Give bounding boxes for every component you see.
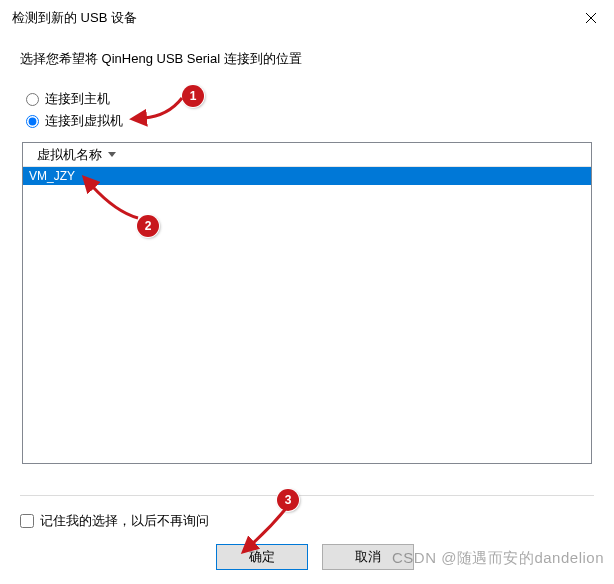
vm-list-header-label: 虚拟机名称 [37,146,102,164]
vm-listbox[interactable]: 虚拟机名称 VM_JZY [22,142,592,464]
radio-vm-input[interactable] [26,115,39,128]
radio-host-input[interactable] [26,93,39,106]
sort-caret-icon [108,152,116,157]
radio-vm-label: 连接到虚拟机 [45,112,123,130]
dialog-body: 选择您希望将 QinHeng USB Serial 连接到的位置 连接到主机 连… [0,36,614,464]
radio-host-label: 连接到主机 [45,90,110,108]
remember-choice[interactable]: 记住我的选择，以后不再询问 [20,512,209,530]
remember-label: 记住我的选择，以后不再询问 [40,512,209,530]
close-icon [586,13,596,23]
close-button[interactable] [568,2,614,34]
button-row: 确定 取消 [216,544,414,570]
connection-radio-group: 连接到主机 连接到虚拟机 [20,88,594,132]
usb-connect-dialog: 检测到新的 USB 设备 选择您希望将 QinHeng USB Serial 连… [0,0,614,584]
prompt-text: 选择您希望将 QinHeng USB Serial 连接到的位置 [20,50,594,68]
watermark-text: CSDN @随遇而安的dandelion [392,549,604,568]
radio-connect-vm[interactable]: 连接到虚拟机 [26,110,594,132]
ok-button[interactable]: 确定 [216,544,308,570]
window-title: 检测到新的 USB 设备 [12,9,568,27]
cancel-button[interactable]: 取消 [322,544,414,570]
list-item[interactable]: VM_JZY [23,167,591,185]
titlebar: 检测到新的 USB 设备 [0,0,614,36]
separator [20,495,594,496]
vm-list-header[interactable]: 虚拟机名称 [23,143,591,167]
remember-checkbox[interactable] [20,514,34,528]
radio-connect-host[interactable]: 连接到主机 [26,88,594,110]
annotation-badge-3: 3 [277,489,299,511]
